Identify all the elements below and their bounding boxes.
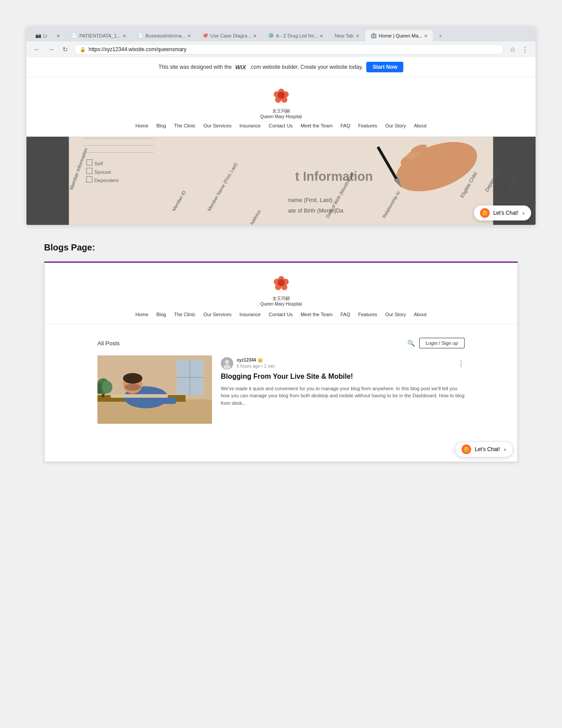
blogs-chat-label: Let's Chat! xyxy=(475,446,500,452)
tab-icon-queensmary: 🏥 xyxy=(371,33,377,39)
nav-features[interactable]: Features xyxy=(358,123,377,128)
tab-usecasediagram[interactable]: 🐙 Use Case Diagra... ✕ xyxy=(197,30,262,41)
blog-post-image-svg xyxy=(97,355,212,424)
tab-icon-lr: 📷 xyxy=(35,33,41,39)
blogs-nav-meet-the-team[interactable]: Meet the Team xyxy=(301,312,333,317)
svg-text:Dependent: Dependent xyxy=(94,178,119,183)
tab-close-newtab[interactable]: ✕ xyxy=(356,34,359,38)
page-content: This site was designed with the WiX .com… xyxy=(26,57,536,225)
svg-point-50 xyxy=(123,373,142,384)
tab-businessinfo[interactable]: 📄 BusinessInforma... ✕ xyxy=(132,30,196,41)
site-header: 女王玛丽 Queen Mary Hospital Home Blog The C… xyxy=(26,77,536,137)
blog-post-card: xyz12344 👑 6 hours ago • 1 min ⋮ Bloggin… xyxy=(97,355,465,424)
tab-close-druglist[interactable]: ✕ xyxy=(320,34,323,38)
bookmark-button[interactable]: ☆ xyxy=(507,44,518,55)
author-avatar xyxy=(221,357,233,370)
svg-text:Spouse: Spouse xyxy=(94,169,111,175)
tab-close-lr[interactable]: ✕ xyxy=(56,34,60,38)
svg-point-57 xyxy=(102,381,112,393)
svg-point-41 xyxy=(278,279,285,286)
blogs-nav-faq[interactable]: FAQ xyxy=(340,312,350,317)
post-excerpt: We've made it quick and convenient for y… xyxy=(221,385,465,407)
blogs-nav-home[interactable]: Home xyxy=(135,312,148,317)
author-name: xyz12344 👑 xyxy=(237,357,275,363)
tab-label-druglist: A - Z Drug List fre... xyxy=(276,33,318,38)
tab-close-patientdata[interactable]: ✕ xyxy=(123,34,126,38)
blog-controls: All Posts 🔍 Login / Sign up xyxy=(45,329,517,355)
svg-text:ate of Birth (Month|Da: ate of Birth (Month|Da xyxy=(288,207,344,214)
chat-widget[interactable]: 😊 Let's Chat! ∧ xyxy=(474,205,531,220)
nav-our-story[interactable]: Our Story xyxy=(385,123,406,128)
tab-label-queensmary: Home | Queen Ma... xyxy=(379,33,422,38)
wix-logo: WiX xyxy=(235,64,246,71)
blogs-nav-insurance[interactable]: Insurance xyxy=(239,312,261,317)
post-date-read: 6 hours ago • 1 min xyxy=(237,363,275,370)
tab-close-businessinfo[interactable]: ✕ xyxy=(187,34,191,38)
blogs-nav-about[interactable]: About xyxy=(414,312,427,317)
tab-lr[interactable]: 📷 Lr ✕ xyxy=(30,30,65,41)
nav-blog[interactable]: Blog xyxy=(156,123,166,128)
nav-contact-us[interactable]: Contact Us xyxy=(268,123,292,128)
blogs-hospital-name: 女王玛丽 Queen Mary Hospital xyxy=(45,295,517,306)
back-button[interactable]: ← xyxy=(32,44,42,55)
svg-point-51 xyxy=(125,384,141,391)
blogs-chat-widget[interactable]: 😊 Let's Chat! ∧ xyxy=(455,441,513,457)
address-bar[interactable]: 🔒 https://xyz12344.wixsite.com/queensmar… xyxy=(74,44,504,55)
tab-icon-patientdata: 📄 xyxy=(71,33,78,39)
post-title: Blogging From Your Live Site & Mobile! xyxy=(221,372,465,381)
site-nav: Home Blog The Clinic Our Services Insura… xyxy=(26,119,536,132)
blogs-nav-the-clinic[interactable]: The Clinic xyxy=(174,312,196,317)
tab-label-lr: Lr xyxy=(43,33,48,38)
nav-the-clinic[interactable]: The Clinic xyxy=(174,123,196,128)
tab-label-businessinfo: BusinessInforma... xyxy=(145,33,186,38)
wix-banner-text2: .com website builder. Create your websit… xyxy=(249,64,363,70)
svg-point-59 xyxy=(225,360,229,364)
hero-image: Member Information Self Spouse Dependent… xyxy=(26,137,536,225)
blogs-nav-our-services[interactable]: Our Services xyxy=(204,312,232,317)
search-button[interactable]: 🔍 xyxy=(407,340,415,347)
svg-text:t Information: t Information xyxy=(295,169,373,183)
new-tab-button[interactable]: + xyxy=(434,30,447,41)
tab-label-usecasediagram: Use Case Diagra... xyxy=(210,33,251,38)
chat-widget-2-container: 😊 Let's Chat! ∧ xyxy=(45,437,517,462)
tab-icon-druglist: ⚙️ xyxy=(268,33,274,39)
tab-icon-businessinfo: 📄 xyxy=(138,33,144,39)
svg-rect-53 xyxy=(111,394,168,398)
blogs-browser-frame: 女王玛丽 Queen Mary Hospital Home Blog The C… xyxy=(44,261,518,462)
blog-actions: 🔍 Login / Sign up xyxy=(407,338,465,348)
nav-about[interactable]: About xyxy=(414,123,427,128)
reload-button[interactable]: ↻ xyxy=(60,44,71,55)
blogs-nav-contact-us[interactable]: Contact Us xyxy=(268,312,292,317)
nav-our-services[interactable]: Our Services xyxy=(204,123,232,128)
nav-actions: ☆ ⋮ xyxy=(507,44,530,55)
blog-post-content: xyz12344 👑 6 hours ago • 1 min ⋮ Bloggin… xyxy=(221,355,465,407)
start-now-button[interactable]: Start Now xyxy=(366,62,403,72)
blogs-nav-our-story[interactable]: Our Story xyxy=(385,312,406,317)
blogs-nav-blog[interactable]: Blog xyxy=(156,312,166,317)
tab-close-queensmary[interactable]: ✕ xyxy=(424,34,428,38)
chat-icon: 😊 xyxy=(480,208,490,218)
nav-home[interactable]: Home xyxy=(135,123,148,128)
nav-insurance[interactable]: Insurance xyxy=(239,123,261,128)
blogs-nav-features[interactable]: Features xyxy=(358,312,377,317)
nav-faq[interactable]: FAQ xyxy=(340,123,350,128)
tab-druglist[interactable]: ⚙️ A - Z Drug List fre... ✕ xyxy=(263,30,328,41)
tab-queensmary[interactable]: 🏥 Home | Queen Ma... ✕ xyxy=(365,30,433,41)
browser-window: 📷 Lr ✕ 📄 PATIENTDATA_1... ✕ 📄 BusinessIn… xyxy=(26,26,536,225)
forward-button[interactable]: → xyxy=(46,44,56,55)
nav-meet-the-team[interactable]: Meet the Team xyxy=(301,123,333,128)
blogs-site-header: 女王玛丽 Queen Mary Hospital Home Blog The C… xyxy=(45,263,517,329)
blogs-chat-chevron: ∧ xyxy=(503,447,506,452)
tab-label-patientdata: PATIENTDATA_1... xyxy=(79,33,121,38)
blog-post-image[interactable] xyxy=(97,355,212,424)
post-author-info: xyz12344 👑 6 hours ago • 1 min xyxy=(221,357,275,370)
tab-patientdata[interactable]: 📄 PATIENTDATA_1... ✕ xyxy=(66,30,131,41)
tab-newtab[interactable]: New Tab ✕ xyxy=(329,30,365,41)
nav-bar: ← → ↻ 🔒 https://xyz12344.wixsite.com/que… xyxy=(26,41,536,57)
tab-close-usecasediagram[interactable]: ✕ xyxy=(253,34,257,38)
svg-point-60 xyxy=(223,365,231,369)
menu-button[interactable]: ⋮ xyxy=(520,44,530,55)
post-more-button[interactable]: ⋮ xyxy=(458,359,465,368)
author-meta: xyz12344 👑 6 hours ago • 1 min xyxy=(237,357,275,370)
login-signup-button[interactable]: Login / Sign up xyxy=(419,338,465,348)
